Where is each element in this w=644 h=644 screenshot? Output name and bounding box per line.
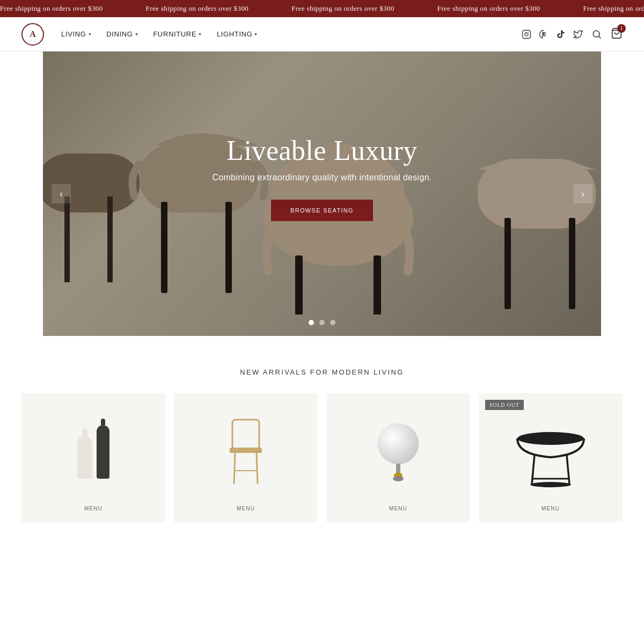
site-header: A LIVING ▾ DINING ▾ FURNITURE ▾ LIGHTING… bbox=[0, 17, 644, 52]
svg-line-29 bbox=[567, 455, 569, 484]
hero-next-button[interactable]: › bbox=[573, 184, 592, 203]
instagram-icon[interactable] bbox=[522, 30, 531, 39]
hero-dots bbox=[309, 320, 335, 325]
chevron-down-icon: ▾ bbox=[135, 31, 138, 37]
nav-item-dining[interactable]: DINING ▾ bbox=[106, 30, 138, 38]
new-arrivals-title: NEW ARRIVALS FOR MODERN LIVING bbox=[0, 368, 644, 376]
announcement-item: Free shipping on orders over $300 bbox=[437, 4, 540, 13]
product-brand-3: MENU bbox=[389, 506, 407, 511]
table-product-svg bbox=[513, 414, 588, 489]
product-visual-4 bbox=[489, 404, 612, 499]
lamp-product-svg bbox=[371, 414, 425, 489]
browse-seating-button[interactable]: BROWSE SEATING bbox=[271, 200, 373, 221]
product-visual-3 bbox=[337, 404, 459, 499]
svg-rect-17 bbox=[232, 420, 259, 449]
product-card-3[interactable]: MENU bbox=[326, 393, 470, 522]
product-card-2[interactable]: MENU bbox=[174, 393, 318, 522]
nav-item-living[interactable]: LIVING ▾ bbox=[61, 30, 91, 38]
hero-dot-1[interactable] bbox=[309, 320, 314, 325]
chevron-down-icon: ▾ bbox=[89, 31, 92, 37]
announcement-bar: Free shipping on orders over $300Free sh… bbox=[0, 0, 644, 17]
hero-subtitle: Combining extraordinary quality with int… bbox=[212, 173, 431, 182]
svg-point-27 bbox=[517, 432, 584, 445]
main-nav: LIVING ▾ DINING ▾ FURNITURE ▾ LIGHTING ▾ bbox=[61, 30, 258, 38]
hero-title: Liveable Luxury bbox=[226, 135, 418, 166]
svg-point-26 bbox=[393, 476, 404, 481]
hero-content: Liveable Luxury Combining extraordinary … bbox=[43, 52, 601, 336]
svg-point-3 bbox=[593, 31, 599, 37]
product-visual-2 bbox=[185, 404, 307, 499]
pinterest-icon[interactable] bbox=[539, 30, 548, 39]
svg-point-2 bbox=[528, 32, 529, 33]
svg-line-19 bbox=[234, 453, 235, 484]
product-grid: MENU MENU bbox=[0, 393, 644, 522]
tiktok-icon[interactable] bbox=[556, 30, 566, 39]
product-brand-2: MENU bbox=[237, 506, 255, 511]
bottle-white bbox=[77, 436, 92, 479]
svg-line-20 bbox=[257, 453, 258, 484]
sold-out-badge: SOLD OUT bbox=[485, 400, 524, 410]
bottle-dark bbox=[97, 425, 109, 479]
product-card-1[interactable]: MENU bbox=[21, 393, 165, 522]
hero-dot-3[interactable] bbox=[330, 320, 335, 325]
bottles-visual bbox=[77, 425, 109, 479]
chevron-down-icon: ▾ bbox=[199, 31, 202, 37]
header-right: 1 bbox=[522, 27, 623, 41]
announcement-item: Free shipping on orders over $300 bbox=[0, 4, 103, 13]
search-icon[interactable] bbox=[591, 29, 602, 40]
hero-dot-2[interactable] bbox=[319, 320, 325, 325]
announcement-item: Free shipping on orders over $300 bbox=[291, 4, 394, 13]
svg-line-28 bbox=[532, 455, 535, 484]
nav-item-furniture[interactable]: FURNITURE ▾ bbox=[153, 30, 202, 38]
svg-rect-18 bbox=[230, 448, 262, 453]
product-visual-1 bbox=[32, 404, 155, 499]
social-icons bbox=[522, 30, 583, 39]
svg-point-31 bbox=[530, 482, 571, 487]
cart-count-badge: 1 bbox=[617, 24, 626, 33]
svg-rect-0 bbox=[523, 30, 531, 38]
chevron-down-icon: ▾ bbox=[254, 31, 258, 37]
announcement-item: Free shipping on orders over $300 bbox=[583, 4, 644, 13]
announcement-item: Free shipping on orders over $300 bbox=[146, 4, 249, 13]
logo[interactable]: A bbox=[21, 23, 44, 46]
nav-item-lighting[interactable]: LIGHTING ▾ bbox=[217, 30, 258, 38]
svg-point-23 bbox=[378, 423, 419, 464]
product-brand-1: MENU bbox=[84, 506, 103, 511]
product-brand-4: MENU bbox=[541, 506, 560, 511]
twitter-icon[interactable] bbox=[573, 30, 583, 39]
product-card-4[interactable]: SOLD OUT MENU bbox=[479, 393, 623, 522]
hero-prev-button[interactable]: ‹ bbox=[52, 184, 71, 203]
chair-product-svg bbox=[219, 414, 273, 489]
svg-point-1 bbox=[525, 33, 528, 36]
cart-button[interactable]: 1 bbox=[611, 27, 623, 41]
hero-banner: Liveable Luxury Combining extraordinary … bbox=[43, 52, 601, 336]
